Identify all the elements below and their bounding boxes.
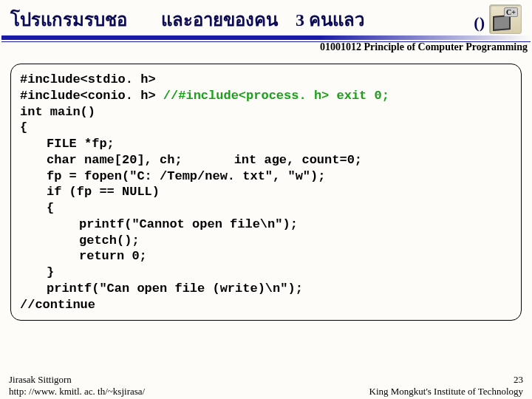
code-line: #include<stdio. h>	[20, 72, 512, 88]
code-listing: #include<stdio. h> #include<conio. h> //…	[10, 64, 522, 321]
code-line: FILE *fp;	[20, 136, 512, 152]
code-text: int age, count=0;	[234, 153, 362, 167]
code-line: #include<conio. h> //#include<process. h…	[20, 88, 512, 104]
title-segment-2: และอายของคน	[161, 10, 278, 30]
code-line: char name[20], ch;int age, count=0;	[20, 152, 512, 168]
title-parens: ()	[474, 13, 485, 33]
code-line: return 0;	[20, 248, 512, 265]
code-text: #include<conio. h>	[20, 89, 163, 103]
footer-right: 23 King Mongkut's Institute of Technolog…	[369, 374, 523, 398]
code-line: //continue	[20, 297, 512, 313]
page-number: 23	[369, 374, 523, 386]
code-line: if (fp == NULL)	[20, 184, 512, 200]
title-segment-3: 3 คนแลว	[296, 10, 364, 30]
code-line: {	[20, 200, 512, 216]
title-segment-1: โปรแกรมรบชอ	[10, 10, 127, 30]
code-comment: //#include<process. h> exit 0;	[163, 89, 389, 103]
course-code-line: 01001012 Principle of Computer Programmi…	[0, 41, 532, 55]
code-line: {	[20, 120, 512, 136]
author-name: Jirasak Sittigorn	[9, 374, 145, 386]
author-url: http: //www. kmitl. ac. th/~ksjirasa/	[9, 386, 145, 398]
code-text: #include<stdio. h>	[20, 72, 156, 86]
code-line: int main()	[20, 104, 512, 120]
cpp-badge-icon	[489, 4, 522, 34]
footer-left: Jirasak Sittigorn http: //www. kmitl. ac…	[9, 374, 145, 398]
slide-title: โปรแกรมรบชอ และอายของคน 3 คนแลว	[10, 5, 460, 34]
code-line: }	[20, 265, 512, 281]
code-line: getch();	[20, 233, 512, 249]
slide-footer: Jirasak Sittigorn http: //www. kmitl. ac…	[0, 374, 532, 398]
gradient-rule	[1, 35, 531, 40]
code-text: char name[20], ch;	[47, 153, 183, 167]
institution-name: King Mongkut's Institute of Technology	[369, 386, 523, 397]
slide-header: โปรแกรมรบชอ และอายของคน 3 คนแลว ()	[0, 0, 532, 35]
code-line: printf("Cannot open file\n");	[20, 216, 512, 233]
code-line: fp = fopen("C: /Temp/new. txt", "w");	[20, 168, 512, 185]
code-line: printf("Can open file (write)\n");	[20, 281, 512, 297]
graduation-cap-icon	[493, 15, 511, 31]
